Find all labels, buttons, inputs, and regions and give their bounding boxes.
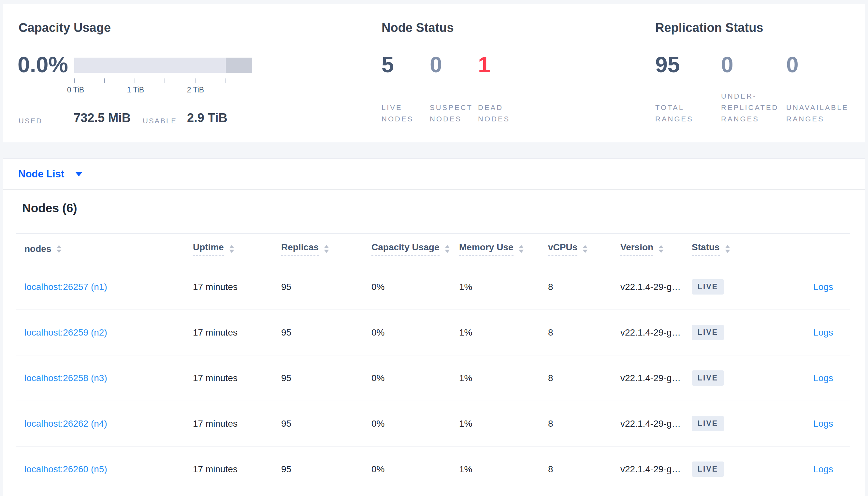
capacity-axis-tick bbox=[165, 78, 165, 83]
unavailable-ranges-count: 0 bbox=[786, 52, 798, 77]
table-row: localhost:26259 (n2) 17 minutes 95 0% 1%… bbox=[16, 310, 850, 355]
column-header-label: Replicas bbox=[281, 242, 319, 255]
unavailable-ranges-label: UNAVAILABLE RANGES bbox=[786, 102, 849, 125]
capacity-bar-dark-segment bbox=[226, 58, 252, 73]
total-ranges-count: 95 bbox=[655, 52, 680, 77]
capacity-bar bbox=[74, 58, 252, 73]
dead-nodes-label: DEAD NODES bbox=[478, 102, 510, 125]
vcpus-cell: 8 bbox=[548, 419, 620, 429]
column-header-label: Capacity Usage bbox=[372, 242, 439, 255]
table-row: localhost:26262 (n4) 17 minutes 95 0% 1%… bbox=[16, 401, 850, 447]
table-row: localhost:26258 (n3) 17 minutes 95 0% 1%… bbox=[16, 355, 850, 401]
version-cell: v22.1.4-29-g… bbox=[620, 327, 692, 338]
under-replicated-ranges-label: UNDER- REPLICATED RANGES bbox=[721, 91, 779, 125]
column-header-uptime[interactable]: Uptime bbox=[193, 242, 281, 255]
memory-cell: 1% bbox=[459, 327, 548, 338]
column-header-status[interactable]: Status bbox=[692, 242, 773, 255]
memory-cell: 1% bbox=[459, 464, 548, 475]
column-header-label: Uptime bbox=[193, 242, 224, 255]
capacity-axis-tick bbox=[104, 78, 105, 83]
nodes-heading: Nodes (6) bbox=[22, 201, 77, 215]
used-label: USED bbox=[18, 117, 42, 125]
replicas-cell: 95 bbox=[281, 327, 372, 338]
capacity-axis-tick bbox=[74, 78, 75, 83]
capacity-axis-label: 2 TiB bbox=[187, 86, 204, 94]
under-replicated-ranges-count: 0 bbox=[721, 52, 733, 77]
sort-icon[interactable] bbox=[519, 245, 524, 253]
column-header-vcpus[interactable]: vCPUs bbox=[548, 242, 620, 255]
uptime-cell: 17 minutes bbox=[193, 282, 281, 292]
node-link[interactable]: localhost:26259 (n2) bbox=[25, 327, 107, 338]
memory-cell: 1% bbox=[459, 419, 548, 429]
nodes-table: nodes Uptime Replicas Capacity Usage Mem… bbox=[16, 233, 850, 492]
logs-link[interactable]: Logs bbox=[813, 373, 833, 383]
version-cell: v22.1.4-29-g… bbox=[620, 419, 692, 429]
logs-link[interactable]: Logs bbox=[813, 282, 833, 292]
capacity-usage-title: Capacity Usage bbox=[18, 21, 111, 35]
memory-cell: 1% bbox=[459, 282, 548, 292]
table-header-row: nodes Uptime Replicas Capacity Usage Mem… bbox=[16, 233, 850, 264]
node-link[interactable]: localhost:26257 (n1) bbox=[25, 282, 107, 292]
column-header-label: nodes bbox=[25, 244, 51, 254]
uptime-cell: 17 minutes bbox=[193, 464, 281, 475]
version-cell: v22.1.4-29-g… bbox=[620, 282, 692, 292]
capacity-axis-tick bbox=[225, 78, 225, 83]
column-header-capacity-usage[interactable]: Capacity Usage bbox=[372, 242, 459, 255]
replicas-cell: 95 bbox=[281, 419, 372, 429]
column-header-nodes[interactable]: nodes bbox=[16, 244, 193, 254]
column-header-label: vCPUs bbox=[548, 242, 578, 255]
replication-status-title: Replication Status bbox=[655, 21, 763, 35]
column-header-label: Version bbox=[620, 242, 653, 255]
sort-icon[interactable] bbox=[583, 245, 588, 253]
usable-label: USABLE bbox=[143, 117, 177, 125]
logs-link[interactable]: Logs bbox=[813, 419, 833, 429]
status-badge: LIVE bbox=[692, 279, 724, 295]
capacity-cell: 0% bbox=[372, 282, 459, 292]
sort-icon[interactable] bbox=[658, 245, 664, 253]
memory-cell: 1% bbox=[459, 373, 548, 383]
vcpus-cell: 8 bbox=[548, 464, 620, 475]
replicas-cell: 95 bbox=[281, 373, 372, 383]
version-cell: v22.1.4-29-g… bbox=[620, 373, 692, 383]
column-header-label: Memory Use bbox=[459, 242, 513, 255]
capacity-axis-label: 1 TiB bbox=[127, 86, 144, 94]
replicas-cell: 95 bbox=[281, 282, 372, 292]
version-cell: v22.1.4-29-g… bbox=[620, 464, 692, 475]
node-link[interactable]: localhost:26258 (n3) bbox=[25, 373, 107, 383]
vcpus-cell: 8 bbox=[548, 282, 620, 292]
sort-icon[interactable] bbox=[725, 245, 730, 253]
column-header-replicas[interactable]: Replicas bbox=[281, 242, 372, 255]
node-link[interactable]: localhost:26262 (n4) bbox=[25, 419, 107, 429]
column-header-version[interactable]: Version bbox=[620, 242, 692, 255]
status-badge: LIVE bbox=[692, 462, 724, 477]
view-mode-label: Node List bbox=[18, 168, 64, 180]
suspect-nodes-count: 0 bbox=[430, 52, 442, 77]
status-badge: LIVE bbox=[692, 370, 724, 386]
sort-icon[interactable] bbox=[445, 245, 450, 253]
nodes-panel: Nodes (6) nodes Uptime Replicas Capacity… bbox=[3, 190, 865, 496]
logs-link[interactable]: Logs bbox=[813, 327, 833, 338]
table-row: localhost:26257 (n1) 17 minutes 95 0% 1%… bbox=[16, 264, 850, 310]
total-ranges-label: TOTAL RANGES bbox=[655, 102, 693, 125]
used-value: 732.5 MiB bbox=[74, 111, 131, 125]
vcpus-cell: 8 bbox=[548, 373, 620, 383]
live-nodes-count: 5 bbox=[381, 52, 394, 77]
capacity-cell: 0% bbox=[372, 419, 459, 429]
capacity-used-percent: 0.0% bbox=[18, 52, 68, 77]
column-header-memory-use[interactable]: Memory Use bbox=[459, 242, 548, 255]
node-link[interactable]: localhost:26260 (n5) bbox=[25, 464, 107, 474]
usable-value: 2.9 TiB bbox=[187, 111, 227, 125]
capacity-axis-tick bbox=[195, 78, 195, 83]
uptime-cell: 17 minutes bbox=[193, 419, 281, 429]
capacity-cell: 0% bbox=[372, 373, 459, 383]
sort-icon[interactable] bbox=[56, 245, 62, 253]
table-row: localhost:26260 (n5) 17 minutes 95 0% 1%… bbox=[16, 447, 850, 492]
dead-nodes-count: 1 bbox=[478, 52, 490, 77]
sort-icon[interactable] bbox=[229, 245, 234, 253]
suspect-nodes-label: SUSPECT NODES bbox=[430, 102, 473, 125]
capacity-axis-tick bbox=[135, 78, 135, 83]
logs-link[interactable]: Logs bbox=[813, 464, 833, 474]
sort-icon[interactable] bbox=[324, 245, 329, 253]
view-mode-dropdown[interactable]: Node List bbox=[18, 168, 83, 180]
capacity-cell: 0% bbox=[372, 327, 459, 338]
